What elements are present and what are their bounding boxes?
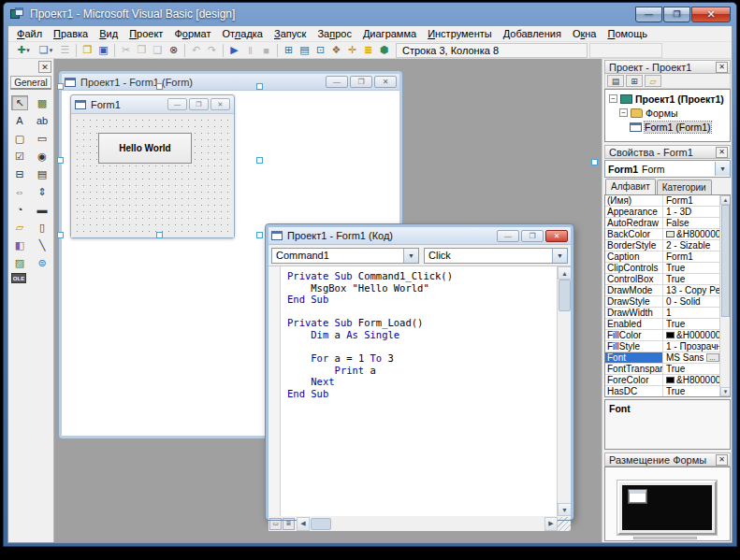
menu-item-Запуск[interactable]: Запуск <box>268 27 312 40</box>
timer-tool[interactable]: ◔ <box>11 202 28 217</box>
property-name[interactable]: DrawMode <box>605 285 663 295</box>
horizontal-scroll-thumb[interactable] <box>311 518 331 530</box>
add-project-button[interactable]: ✚▾ <box>12 43 35 58</box>
add-form-button[interactable]: ❏▾ <box>35 43 57 58</box>
option-button-tool[interactable]: ◉ <box>34 149 51 164</box>
menu-item-Правка[interactable]: Правка <box>48 27 94 40</box>
project-explorer-button[interactable]: ⊞ <box>281 43 297 58</box>
redo-button[interactable]: ↷ <box>204 43 220 58</box>
copy-button[interactable]: ❒ <box>134 43 150 58</box>
designer-minimize-button[interactable]: — <box>326 76 348 88</box>
code-line[interactable]: For a = 1 To 3 <box>287 352 556 365</box>
object-combobox[interactable]: Command1 ▼ <box>271 248 419 264</box>
view-object-button[interactable]: ⊞ <box>626 75 643 87</box>
scroll-down-icon[interactable]: ▼ <box>720 387 731 396</box>
window-titlebar[interactable]: Проект1 - Microsoft Visual Basic [design… <box>4 3 736 25</box>
form1-close-button[interactable]: ✕ <box>210 98 230 110</box>
form-layout-titlebar[interactable]: Размещение Формы ✕ <box>604 452 731 467</box>
properties-panel-close-icon[interactable]: ✕ <box>716 147 728 158</box>
menu-item-Вид[interactable]: Вид <box>94 27 123 40</box>
scroll-down-icon[interactable]: ▼ <box>558 503 571 516</box>
property-name[interactable]: BorderStyle <box>605 240 663 251</box>
property-row-DrawStyle[interactable]: DrawStyle0 - Solid <box>605 296 730 308</box>
code-line[interactable]: Private Sub Form_Load() <box>287 317 556 329</box>
form1-maximize-button[interactable]: ❐ <box>189 98 209 110</box>
toolbox-close-icon[interactable]: ✕ <box>38 61 51 73</box>
property-name[interactable]: ControlBox <box>605 274 663 284</box>
property-name[interactable]: FontTransparent <box>605 364 663 374</box>
toolbox-tab-general[interactable]: General <box>10 76 51 90</box>
combo-box-tool[interactable]: ⊟ <box>11 166 28 181</box>
scroll-up-icon[interactable]: ▲ <box>558 266 571 280</box>
property-row-HasDC[interactable]: HasDCTrue <box>605 386 730 397</box>
property-row-ForeColor[interactable]: ForeColor&H8000000 <box>605 375 730 386</box>
menu-editor-button[interactable]: ☰ <box>57 43 73 58</box>
scroll-left-icon[interactable]: ◀ <box>297 517 310 531</box>
undo-button[interactable]: ↶ <box>188 43 204 58</box>
code-line[interactable]: Private Sub Command1_Click() <box>287 270 556 282</box>
tree-item-Формы[interactable]: −Формы <box>605 106 730 120</box>
data-view-window-button[interactable]: ≣ <box>360 43 376 58</box>
line-tool[interactable]: ╲ <box>34 237 51 252</box>
menu-item-Диаграмма[interactable]: Диаграмма <box>357 27 422 40</box>
designer-maximize-button[interactable]: ❐ <box>350 76 372 88</box>
hscrollbar-tool[interactable]: ⇔ <box>11 184 28 199</box>
property-row-DrawMode[interactable]: DrawMode13 - Copy Pe <box>605 285 730 296</box>
view-code-button[interactable]: ▤ <box>607 75 624 87</box>
property-row-FillStyle[interactable]: FillStyle1 - Прозрачн <box>605 341 730 352</box>
menu-item-Инструменты[interactable]: Инструменты <box>422 27 498 40</box>
property-name[interactable]: ClipControls <box>605 263 663 273</box>
property-name[interactable]: Caption <box>605 251 663 262</box>
vscrollbar-tool[interactable]: ⇕ <box>34 184 51 199</box>
save-project-button[interactable]: ▣ <box>95 43 111 58</box>
label-tool[interactable]: A <box>11 113 28 128</box>
close-button[interactable]: ✕ <box>691 7 731 22</box>
selection-handle[interactable] <box>57 157 64 164</box>
code-line[interactable]: End Sub <box>287 388 556 400</box>
property-row-BorderStyle[interactable]: BorderStyle2 - Sizable <box>605 240 730 251</box>
open-project-button[interactable]: ❐ <box>80 43 95 58</box>
object-selector-combobox[interactable]: Form1 Form ▼ <box>604 160 731 178</box>
designer-close-button[interactable]: ✕ <box>374 76 397 88</box>
property-name[interactable]: BackColor <box>605 229 663 239</box>
selection-handle[interactable] <box>156 232 163 238</box>
hello-world-command-button[interactable]: Hello World <box>98 133 192 164</box>
properties-panel-titlebar[interactable]: Свойства - Form1 ✕ <box>604 145 731 159</box>
property-row-Font[interactable]: FontMS Sans… <box>605 352 730 364</box>
chevron-down-icon[interactable]: ▼ <box>403 249 418 263</box>
form-layout-close-icon[interactable]: ✕ <box>716 454 728 466</box>
tree-item-Проект1 (Проект1)[interactable]: −Проект1 (Проект1) <box>605 92 730 106</box>
project-panel-titlebar[interactable]: Проект - Проект1 ✕ <box>604 60 731 74</box>
property-row-Appearance[interactable]: Appearance1 - 3D <box>605 207 730 218</box>
menu-item-Помощь[interactable]: Помощь <box>602 27 653 40</box>
ellipsis-button[interactable]: … <box>706 353 719 362</box>
toolbox-window-button[interactable]: ✛ <box>344 43 360 58</box>
data-tool[interactable]: ⊜ <box>34 255 51 270</box>
start-button[interactable]: ▶ <box>226 43 242 58</box>
scroll-up-icon[interactable]: ▲ <box>720 195 731 205</box>
code-vertical-scrollbar[interactable]: ▲ ▼ <box>557 266 571 516</box>
full-module-view-button[interactable]: ≣ <box>283 518 295 530</box>
menu-item-Окна[interactable]: Окна <box>567 27 602 40</box>
code-window-titlebar[interactable]: Проект1 - Form1 (Код) — ❐ ✕ <box>268 227 571 245</box>
code-maximize-button[interactable]: ❐ <box>521 230 544 242</box>
paste-button[interactable]: ❑ <box>150 43 166 58</box>
code-line[interactable]: Print a <box>287 365 556 377</box>
toggle-folders-button[interactable]: ▱ <box>645 75 661 87</box>
menu-item-Файл[interactable]: Файл <box>11 27 48 40</box>
property-name[interactable]: HasDC <box>605 386 663 396</box>
drive-list-box-tool[interactable]: ▬ <box>34 202 51 217</box>
picture-box-tool[interactable]: ▩ <box>34 95 51 110</box>
tab-categorized[interactable]: Категории <box>657 179 712 194</box>
command-button-tool[interactable]: ▭ <box>34 131 51 146</box>
property-name[interactable]: ForeColor <box>605 375 663 385</box>
form1-grid-surface[interactable]: Hello World <box>71 114 234 237</box>
end-button[interactable]: ■ <box>258 43 274 58</box>
selection-handle[interactable] <box>591 159 598 165</box>
form-position-thumbnail[interactable] <box>629 490 646 503</box>
selection-handle[interactable] <box>57 83 64 90</box>
menu-item-Добавления[interactable]: Добавления <box>498 27 567 40</box>
project-panel-close-icon[interactable]: ✕ <box>716 62 728 73</box>
check-box-tool[interactable]: ☑ <box>11 149 28 164</box>
form1-titlebar[interactable]: Form1 — ❐ ✕ <box>71 95 234 114</box>
